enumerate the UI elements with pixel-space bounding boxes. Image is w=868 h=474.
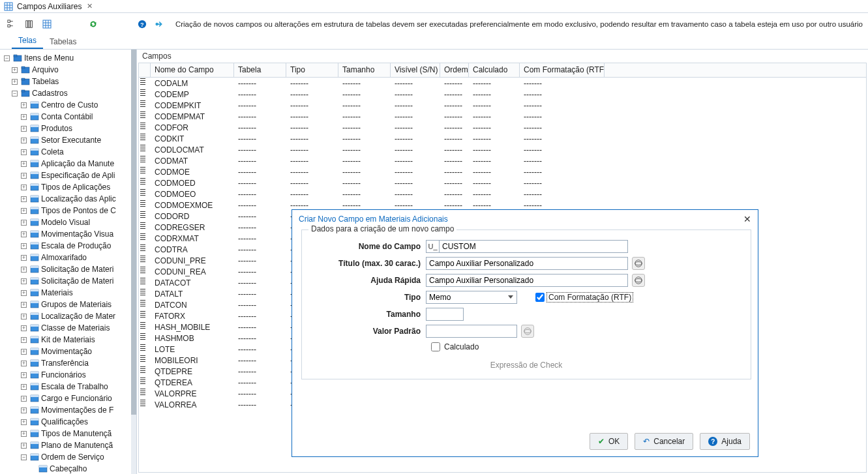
table-row[interactable]: CODMOED---------------------------------… xyxy=(139,177,866,188)
grid-column-header[interactable]: Calculado xyxy=(469,63,520,77)
tree-node-item[interactable]: +Almoxarifado xyxy=(4,252,135,263)
column-config-icon[interactable] xyxy=(23,17,35,31)
tree-toggle-icon[interactable]: + xyxy=(21,161,27,167)
grid-view-icon[interactable] xyxy=(41,17,53,31)
drag-handle-icon[interactable] xyxy=(140,78,145,86)
tab-tabelas[interactable]: Tabelas xyxy=(43,36,83,49)
drag-handle-icon[interactable] xyxy=(140,134,145,141)
tree-node-item[interactable]: +Tipos de Manutençã xyxy=(4,428,135,439)
table-row[interactable]: CODMOEO---------------------------------… xyxy=(139,188,866,200)
refresh-icon[interactable] xyxy=(87,17,99,31)
tree-toggle-icon[interactable]: + xyxy=(21,372,27,378)
ajuda-input[interactable] xyxy=(426,274,628,287)
drag-handle-icon[interactable] xyxy=(140,300,145,308)
tree-toggle-icon[interactable]: + xyxy=(12,79,18,85)
grid-column-header[interactable]: Nome do Campo xyxy=(151,63,234,77)
drag-handle-icon[interactable] xyxy=(140,333,145,341)
tree-node-item[interactable]: +Especificação de Apli xyxy=(4,170,135,181)
grid-column-header[interactable]: Tipo xyxy=(286,63,338,77)
tree-node-item[interactable]: +Qualificações xyxy=(4,416,135,428)
tree-toggle-icon[interactable]: + xyxy=(21,396,27,402)
ok-button[interactable]: ✔ OK xyxy=(590,433,628,450)
drag-handle-icon[interactable] xyxy=(140,256,145,263)
tree-toggle-icon[interactable]: + xyxy=(21,431,27,437)
table-row[interactable]: CODFOR----------------------------------… xyxy=(139,122,866,133)
drag-handle-icon[interactable] xyxy=(140,311,145,319)
tree-toggle-icon[interactable]: + xyxy=(21,231,27,237)
tamanho-input[interactable] xyxy=(426,308,464,321)
calculado-checkbox[interactable] xyxy=(431,342,440,351)
tree-toggle-icon[interactable]: + xyxy=(21,407,27,413)
valor-padrao-icon[interactable] xyxy=(521,325,534,338)
table-row[interactable]: CODEMPMAT-------------------------------… xyxy=(139,111,866,122)
table-row[interactable]: CODEMPKIT-------------------------------… xyxy=(139,100,866,111)
drag-handle-icon[interactable] xyxy=(140,156,145,164)
tree-toggle-icon[interactable]: + xyxy=(21,173,27,179)
tree-node-item[interactable]: +Solicitação de Materi xyxy=(4,275,135,287)
drag-handle-icon[interactable] xyxy=(140,123,145,130)
tree-toggle-icon[interactable]: + xyxy=(21,419,27,425)
nome-campo-input[interactable] xyxy=(440,241,627,252)
tree-node-item[interactable]: +Transferência xyxy=(4,357,135,369)
drag-handle-icon[interactable] xyxy=(140,200,145,208)
grid-column-header[interactable]: Visível (S/N) xyxy=(391,63,440,77)
drag-handle-icon[interactable] xyxy=(140,189,145,197)
help-button[interactable]: ? Ajuda xyxy=(700,433,750,450)
ajuda-translate-icon[interactable] xyxy=(632,274,645,287)
tree-toggle-icon[interactable]: + xyxy=(21,220,27,226)
drag-handle-icon[interactable] xyxy=(140,145,145,153)
drag-handle-icon[interactable] xyxy=(140,89,145,97)
table-row[interactable]: CODMAT----------------------------------… xyxy=(139,155,866,166)
drag-handle-icon[interactable] xyxy=(140,233,145,241)
tree-node-item[interactable]: +Centro de Custo xyxy=(4,99,135,111)
tree-node-item[interactable]: +Funcionários xyxy=(4,369,135,381)
drag-handle-icon[interactable] xyxy=(140,211,145,219)
tree-node-item[interactable]: +Localização das Aplic xyxy=(4,193,135,205)
tree-node-arquivo[interactable]: +Arquivo xyxy=(4,64,135,76)
table-row[interactable]: CODLOCMAT-------------------------------… xyxy=(139,144,866,155)
drag-handle-icon[interactable] xyxy=(140,366,145,374)
tree-node-item[interactable]: +Localização de Mater xyxy=(4,310,135,322)
drag-handle-icon[interactable] xyxy=(140,344,145,352)
tree-node-item[interactable]: +Aplicação da Manute xyxy=(4,158,135,170)
tree-toggle-icon[interactable]: + xyxy=(21,314,27,319)
drag-handle-icon[interactable] xyxy=(140,289,145,297)
tree-toggle-icon[interactable]: + xyxy=(21,138,27,143)
tree-node-item[interactable]: +Escala de Trabalho xyxy=(4,381,135,393)
tree-node-item[interactable]: +Classe de Materiais xyxy=(4,322,135,334)
titulo-translate-icon[interactable] xyxy=(632,257,645,270)
tree-node-item[interactable]: +Modelo Visual xyxy=(4,216,135,228)
tree-toggle-icon[interactable]: + xyxy=(21,267,27,273)
tree-toggle-icon[interactable]: + xyxy=(21,443,27,449)
tree-node-item[interactable]: +Movimentação Visua xyxy=(4,228,135,240)
grid-column-header[interactable]: Com Formatação (RTF) xyxy=(520,63,605,77)
tree-node-item[interactable]: +Grupos de Materiais xyxy=(4,299,135,310)
tree-toggle-icon[interactable]: + xyxy=(21,149,27,155)
tree-toggle-icon[interactable]: + xyxy=(21,255,27,261)
tree-node-item[interactable]: −Ordem de Serviço xyxy=(4,451,135,463)
tree-toggle-icon[interactable]: + xyxy=(21,185,27,190)
drag-handle-icon[interactable] xyxy=(140,322,145,330)
tree-node-item[interactable]: +Produtos xyxy=(4,123,135,134)
drag-handle-icon[interactable] xyxy=(140,355,145,363)
grid-column-header[interactable]: Tabela xyxy=(234,63,286,77)
table-row[interactable]: CODMOE----------------------------------… xyxy=(139,166,866,177)
table-row[interactable]: CODALM----------------------------------… xyxy=(139,78,866,89)
tree-toggle-icon[interactable]: + xyxy=(21,102,27,108)
help-icon[interactable]: ? xyxy=(136,17,148,31)
tree-toggle-icon[interactable]: + xyxy=(21,337,27,343)
tree-node-item[interactable]: +Tipos de Aplicações xyxy=(4,181,135,193)
drag-handle-icon[interactable] xyxy=(140,278,145,286)
tree-toggle-icon[interactable]: + xyxy=(21,278,27,284)
tree-toggle-icon[interactable]: − xyxy=(21,454,27,460)
grid-column-header[interactable]: Tamanho xyxy=(338,63,391,77)
tree-node-item[interactable]: +Movimentação xyxy=(4,346,135,357)
valor-padrao-input[interactable] xyxy=(426,325,517,338)
drag-handle-icon[interactable] xyxy=(140,389,145,396)
tree-node-item[interactable]: +Escala de Produção xyxy=(4,240,135,252)
table-row[interactable]: CODKIT----------------------------------… xyxy=(139,133,866,144)
tree-node-item[interactable]: +Materiais xyxy=(4,287,135,299)
tree-node-root[interactable]: −Itens de Menu xyxy=(4,52,135,64)
titulo-input[interactable] xyxy=(426,257,628,270)
drag-handle-icon[interactable] xyxy=(140,111,145,119)
